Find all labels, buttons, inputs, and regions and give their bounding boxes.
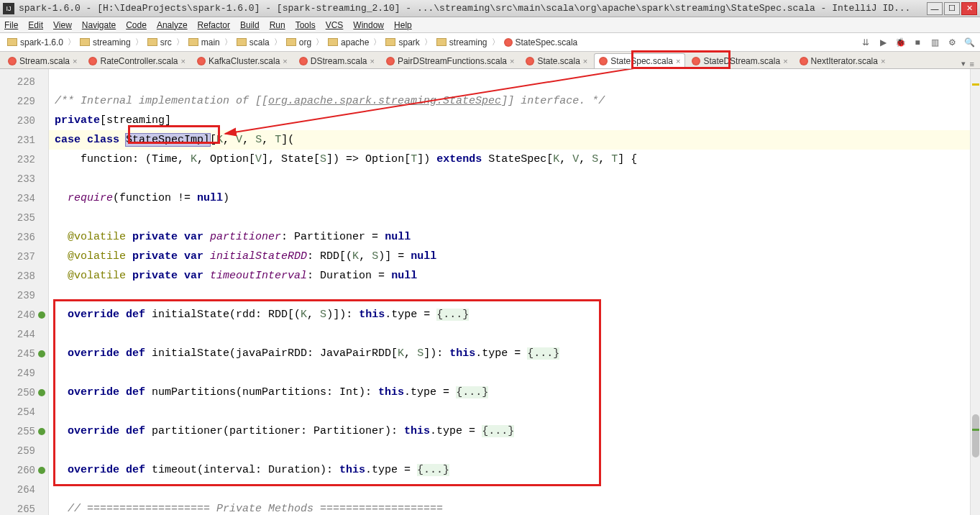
file-icon — [504, 38, 513, 47]
code-line: private[streaming] — [49, 111, 980, 130]
settings-icon[interactable]: ⚙ — [945, 36, 958, 49]
gutter-line-number[interactable]: 237 — [0, 247, 48, 266]
menu-edit[interactable]: Edit — [28, 20, 43, 30]
gutter-line-number[interactable]: 232 — [0, 150, 48, 169]
sync-icon[interactable]: ⇊ — [859, 36, 872, 49]
breadcrumb-item[interactable]: scala — [234, 36, 273, 49]
editor-tab[interactable]: State.scala× — [521, 53, 592, 68]
menu-window[interactable]: Window — [353, 20, 384, 30]
gutter-line-number[interactable]: 228 — [0, 72, 48, 91]
tab-close-icon[interactable]: × — [881, 57, 885, 65]
menu-tools[interactable]: Tools — [296, 20, 316, 30]
gutter-line-number[interactable]: 235 — [0, 208, 48, 227]
override-marker-icon[interactable] — [38, 389, 45, 396]
breadcrumb-item[interactable]: src — [145, 36, 175, 49]
menu-code[interactable]: Code — [126, 20, 147, 30]
menu-refactor[interactable]: Refactor — [198, 20, 230, 30]
structure-icon[interactable]: ▥ — [928, 36, 941, 49]
gutter-line-number[interactable]: 240 — [0, 305, 48, 324]
breadcrumb-item[interactable]: spark-1.6.0 — [4, 36, 66, 49]
editor-tab[interactable]: RateController.scala× — [83, 53, 191, 68]
gutter-line-number[interactable]: 244 — [0, 324, 48, 344]
gutter-line-number[interactable]: 231 — [0, 130, 48, 150]
breadcrumb-label: spark — [398, 37, 419, 47]
override-marker-icon[interactable] — [38, 428, 45, 435]
gutter-line-number[interactable]: 245 — [0, 344, 48, 363]
menu-file[interactable]: File — [4, 20, 18, 30]
tab-close-icon[interactable]: × — [783, 57, 787, 65]
gutter-line-number[interactable]: 265 — [0, 499, 48, 515]
tab-close-icon[interactable]: × — [510, 57, 514, 65]
editor-tab[interactable]: StateSpec.scala× — [594, 53, 685, 68]
breadcrumb-item[interactable]: main — [186, 36, 223, 49]
tabs-dropdown-icon[interactable]: ▾ — [961, 59, 966, 68]
breadcrumb-item[interactable]: StateSpec.scala — [501, 36, 581, 49]
breadcrumb-label: org — [299, 37, 311, 47]
gutter-line-number[interactable]: 233 — [0, 169, 48, 188]
folder-icon — [328, 38, 338, 46]
breadcrumb-item[interactable]: streaming — [434, 36, 490, 49]
code-line: case class StateSpecImpl[K, V, S, T]( — [49, 130, 980, 150]
folder-icon — [147, 38, 157, 46]
tabs-list-icon[interactable]: ≡ — [970, 60, 974, 68]
menu-view[interactable]: View — [53, 20, 72, 30]
scrollbar-mark — [972, 429, 979, 431]
tab-close-icon[interactable]: × — [73, 57, 77, 65]
tab-close-icon[interactable]: × — [283, 57, 287, 65]
folder-icon — [286, 38, 296, 46]
gutter-line-number[interactable]: 236 — [0, 227, 48, 247]
folder-icon — [436, 38, 447, 46]
search-icon[interactable]: 🔍 — [963, 36, 976, 49]
debug-icon[interactable]: 🐞 — [894, 36, 907, 49]
menu-build[interactable]: Build — [240, 20, 260, 30]
gutter-line-number[interactable]: 264 — [0, 480, 48, 499]
gutter-line-number[interactable]: 260 — [0, 460, 48, 480]
gutter-line-number[interactable]: 230 — [0, 111, 48, 130]
menu-vcs[interactable]: VCS — [326, 20, 344, 30]
breadcrumb-item[interactable]: apache — [325, 36, 372, 49]
stop-icon[interactable]: ■ — [911, 36, 924, 49]
editor-tab[interactable]: Stream.scala× — [3, 53, 82, 68]
breadcrumb-item[interactable]: streaming — [77, 36, 134, 49]
gutter-line-number[interactable]: 259 — [0, 441, 48, 460]
code-area[interactable]: /** Internal implementation of [[org.apa… — [49, 69, 980, 515]
editor-tab[interactable]: PairDStreamFunctions.scala× — [381, 53, 520, 68]
scrollbar-thumb[interactable] — [972, 414, 979, 457]
editor-tab[interactable]: StateDStream.scala× — [687, 53, 792, 68]
menu-run[interactable]: Run — [270, 20, 285, 30]
gutter-line-number[interactable]: 254 — [0, 402, 48, 421]
gutter-line-number[interactable]: 249 — [0, 363, 48, 383]
tab-close-icon[interactable]: × — [181, 57, 186, 65]
breadcrumb-separator-icon: 〉 — [492, 37, 500, 47]
build-icon[interactable]: ▶ — [876, 36, 889, 49]
tab-close-icon[interactable]: × — [583, 57, 587, 65]
menu-help[interactable]: Help — [394, 20, 412, 30]
tab-label: RateController.scala — [100, 56, 178, 66]
menu-navigate[interactable]: Navigate — [82, 20, 116, 30]
tab-close-icon[interactable]: × — [370, 57, 375, 65]
override-marker-icon[interactable] — [38, 350, 45, 357]
window-controls: — ☐ ✕ — [925, 2, 977, 15]
breadcrumb-item[interactable]: spark — [383, 36, 422, 49]
close-button[interactable]: ✕ — [961, 2, 977, 15]
code-line: // =================== Private Methods =… — [49, 499, 980, 515]
override-marker-icon[interactable] — [38, 467, 45, 474]
gutter-line-number[interactable]: 229 — [0, 91, 48, 111]
gutter-line-number[interactable]: 250 — [0, 383, 48, 402]
gutter-line-number[interactable]: 255 — [0, 421, 48, 441]
vertical-scrollbar[interactable] — [970, 69, 980, 515]
gutter-line-number[interactable]: 234 — [0, 188, 48, 208]
breadcrumb-label: streaming — [449, 37, 487, 47]
override-marker-icon[interactable] — [38, 311, 45, 319]
gutter-line-number[interactable]: 239 — [0, 286, 48, 305]
breadcrumb-item[interactable]: org — [283, 36, 314, 49]
editor-tab[interactable]: KafkaCluster.scala× — [192, 53, 293, 68]
tab-label: KafkaCluster.scala — [209, 56, 280, 66]
maximize-button[interactable]: ☐ — [944, 2, 960, 15]
editor-tab[interactable]: DStream.scala× — [294, 53, 380, 68]
menu-analyze[interactable]: Analyze — [157, 20, 188, 30]
tab-close-icon[interactable]: × — [676, 57, 680, 65]
minimize-button[interactable]: — — [927, 2, 943, 15]
editor-tab[interactable]: NextIterator.scala× — [794, 53, 891, 68]
gutter-line-number[interactable]: 238 — [0, 266, 48, 286]
